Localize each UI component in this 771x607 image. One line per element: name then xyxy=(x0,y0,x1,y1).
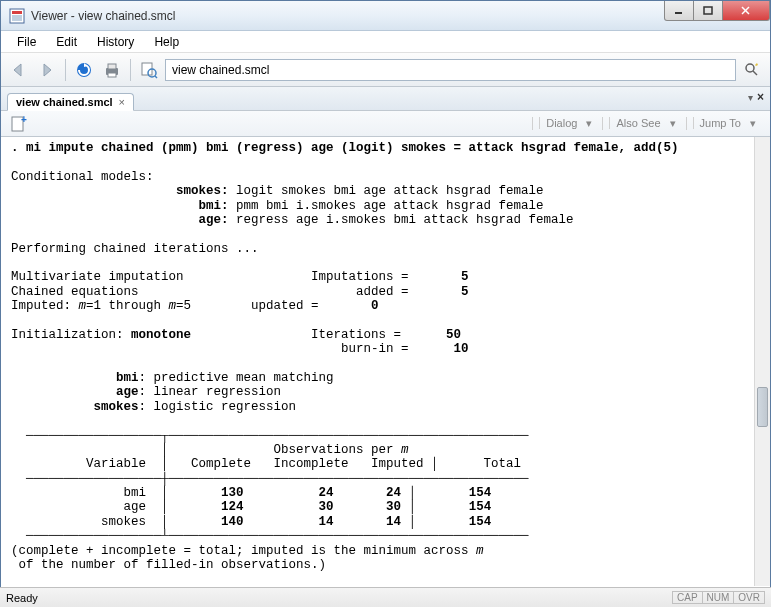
menu-help[interactable]: Help xyxy=(144,33,189,51)
tab-active[interactable]: view chained.smcl × xyxy=(7,93,134,111)
menu-history[interactable]: History xyxy=(87,33,144,51)
svg-point-14 xyxy=(746,64,754,72)
menubar: File Edit History Help xyxy=(1,31,770,53)
tabbar: view chained.smcl × ▾ × xyxy=(1,87,770,111)
menu-file[interactable]: File xyxy=(7,33,46,51)
svg-rect-9 xyxy=(108,64,116,69)
tab-close-icon[interactable]: × xyxy=(119,96,125,108)
svg-rect-1 xyxy=(12,11,22,14)
svg-rect-4 xyxy=(704,7,712,14)
svg-rect-2 xyxy=(12,15,22,21)
back-button[interactable] xyxy=(7,58,31,82)
toolbar xyxy=(1,53,770,87)
svg-line-13 xyxy=(155,76,157,78)
forward-button[interactable] xyxy=(35,58,59,82)
toolbar-separator xyxy=(130,59,131,81)
tab-label: view chained.smcl xyxy=(16,96,113,108)
minimize-button[interactable] xyxy=(664,1,694,21)
tabbar-dropdown-icon[interactable]: ▾ xyxy=(748,92,753,103)
viewer-content: . mi impute chained (pmm) bmi (regress) … xyxy=(1,137,770,587)
status-text: Ready xyxy=(6,592,38,604)
status-num: NUM xyxy=(702,591,735,604)
alsosee-menu[interactable]: Also See ▾ xyxy=(602,117,681,130)
refresh-button[interactable] xyxy=(72,58,96,82)
svg-line-15 xyxy=(753,71,757,75)
app-icon xyxy=(9,8,25,24)
window-controls xyxy=(665,1,770,21)
svg-rect-10 xyxy=(108,73,116,77)
toolbar-separator xyxy=(65,59,66,81)
maximize-button[interactable] xyxy=(693,1,723,21)
svg-text:+: + xyxy=(21,115,27,125)
window-title: Viewer - view chained.smcl xyxy=(31,9,176,23)
new-note-button[interactable]: + xyxy=(9,114,29,134)
menu-edit[interactable]: Edit xyxy=(46,33,87,51)
scrollbar-track[interactable] xyxy=(754,137,770,586)
scrollbar-thumb[interactable] xyxy=(757,387,768,427)
statusbar: Ready CAP NUM OVR xyxy=(0,587,771,607)
tabbar-close-icon[interactable]: × xyxy=(757,90,764,104)
dialog-menu[interactable]: Dialog ▾ xyxy=(532,117,598,130)
find-button[interactable] xyxy=(137,58,161,82)
status-cap: CAP xyxy=(672,591,703,604)
search-button[interactable] xyxy=(740,59,764,81)
address-input[interactable] xyxy=(165,59,736,81)
jumpto-menu[interactable]: Jump To ▾ xyxy=(686,117,762,130)
close-button[interactable] xyxy=(722,1,770,21)
secondary-toolbar: + Dialog ▾ Also See ▾ Jump To ▾ xyxy=(1,111,770,137)
titlebar: Viewer - view chained.smcl xyxy=(1,1,770,31)
status-ovr: OVR xyxy=(733,591,765,604)
print-button[interactable] xyxy=(100,58,124,82)
